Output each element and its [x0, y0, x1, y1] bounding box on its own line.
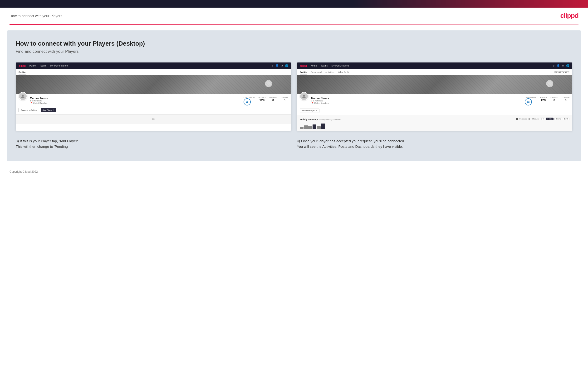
user-icon-2[interactable]: 👤: [557, 64, 560, 67]
followers-stat-2: Followers 0: [550, 96, 558, 102]
period-6mths[interactable]: 6 mths: [546, 117, 553, 120]
period-1mth[interactable]: 1 mth: [563, 117, 570, 120]
period-3mths[interactable]: 3 mths: [554, 117, 562, 120]
location-icon-1: 📍: [30, 102, 33, 104]
legend-offcourse: [528, 118, 530, 120]
player-name-1: Marcus Turner: [30, 97, 241, 100]
bar-5: [317, 126, 321, 129]
bar-1: [300, 127, 303, 129]
remove-player-label: Remove Player: [302, 109, 315, 112]
quality-circle-1: 92: [243, 98, 251, 106]
screenshot-panel-1: clippd Home Teams My Performance ⌕ 👤 ⚙ 🌐…: [16, 62, 291, 131]
mini-navbar-2: clippd Home Teams My Performance ⌕ 👤 ⚙ 🌐: [297, 62, 572, 69]
globe-icon-1[interactable]: 🌐: [285, 64, 288, 67]
player-name-2: Marcus Turner: [311, 97, 522, 100]
tab-profile-2[interactable]: Profile: [300, 70, 307, 75]
main-title: How to connect with your Players (Deskto…: [16, 40, 572, 47]
tab-dashboard-2[interactable]: Dashboard: [311, 70, 322, 75]
page-header: How to connect with your Players clippd: [0, 8, 588, 24]
quality-stat-1: Player Quality 92: [243, 96, 255, 106]
main-content: How to connect with your Players (Deskto…: [7, 30, 581, 161]
screenshot-panel-2: clippd Home Teams My Performance ⌕ 👤 ⚙ 🌐…: [297, 62, 572, 131]
search-icon-1[interactable]: ⌕: [272, 64, 274, 67]
add-player-button[interactable]: Add Player +: [41, 108, 56, 112]
activity-header-left: Activity Summary Monthly Activity · 6 Mo…: [300, 117, 341, 121]
avatar-1: [18, 92, 27, 100]
legend-oncourse: [516, 118, 518, 120]
screenshots-row: clippd Home Teams My Performance ⌕ 👤 ⚙ 🌐…: [16, 62, 572, 131]
tab-what-to-on-2[interactable]: What To On: [338, 70, 350, 75]
user-icon-1[interactable]: 👤: [276, 64, 279, 67]
nav-teams-1[interactable]: Teams: [40, 64, 46, 67]
profile-info-1: Marcus Turner 1-5 Handicap 📍 United King…: [30, 96, 241, 104]
copyright-text: Copyright Clippd 2022: [9, 170, 38, 173]
screenshot-bottom-1: ✏: [16, 114, 291, 124]
mini-navbar-1: clippd Home Teams My Performance ⌕ 👤 ⚙ 🌐: [16, 62, 291, 69]
quality-stat-2: Player Quality 92: [525, 96, 536, 106]
nav-teams-2[interactable]: Teams: [321, 64, 328, 67]
mini-buttons-1: Request to Follow Add Player +: [16, 108, 291, 114]
mini-nav-icons-2: ⌕ 👤 ⚙ 🌐: [553, 64, 570, 67]
activity-filters: On course Off course 1 yr 6 mths 3 mths …: [516, 117, 570, 120]
mini-stats-1: Player Quality 92 Activities 129 Followe…: [243, 96, 288, 106]
player-location-2: 📍 United Kingdom: [311, 102, 522, 104]
main-subtitle: Find and connect with your Players: [16, 49, 572, 54]
svg-point-1: [303, 94, 305, 96]
tab-profile-1[interactable]: Profile: [18, 70, 26, 75]
activity-summary: Activity Summary Monthly Activity · 6 Mo…: [297, 115, 572, 131]
activity-subtitle: Monthly Activity · 6 Months: [319, 118, 341, 121]
remove-player-button[interactable]: Remove Player ✕: [300, 108, 320, 113]
activity-title: Activity Summary: [300, 118, 318, 121]
nav-performance-1[interactable]: My Performance: [51, 64, 68, 67]
settings-icon-1[interactable]: ⚙: [281, 64, 283, 67]
mini-nav-icons-1: ⌕ 👤 ⚙ 🌐: [272, 64, 288, 67]
caption-1: 3) If this is your Player tap, 'Add Play…: [16, 138, 291, 150]
tab-right-2[interactable]: Marcus Turner ▾: [554, 70, 570, 75]
activities-stat-1: Activities 129: [259, 96, 266, 102]
mini-logo-2: clippd: [300, 64, 307, 67]
legend-offcourse-label: Off course: [532, 118, 539, 120]
bar-2: [304, 125, 308, 129]
player-handicap-2: 1-5 Handicap: [311, 100, 522, 102]
period-1yr[interactable]: 1 yr: [540, 117, 545, 120]
nav-home-1[interactable]: Home: [29, 64, 36, 67]
svg-point-0: [22, 94, 24, 96]
activities-stat-2: Activities 129: [540, 96, 547, 102]
legend-oncourse-label: On course: [519, 118, 527, 120]
mini-profile-1: Marcus Turner 1-5 Handicap 📍 United King…: [16, 94, 291, 108]
globe-icon-2[interactable]: 🌐: [566, 64, 570, 67]
top-bar: [0, 0, 588, 8]
caption-2: 4) Once your Player has accepted your re…: [297, 138, 572, 150]
mini-logo-1: clippd: [18, 64, 26, 67]
activity-chart: [300, 123, 570, 129]
following-stat-2: Following 0: [562, 96, 570, 102]
caption-2-text: 4) Once your Player has accepted your re…: [297, 139, 405, 149]
close-icon: ✕: [316, 109, 318, 112]
follow-button[interactable]: Request to Follow: [18, 108, 39, 112]
nav-home-2[interactable]: Home: [311, 64, 317, 67]
avatar-2: [300, 92, 308, 100]
quality-circle-2: 92: [525, 98, 532, 106]
header-divider: [9, 24, 579, 25]
profile-info-2: Marcus Turner 1-5 Handicap 📍 United King…: [311, 96, 522, 104]
player-handicap-1: 1-5 Handicap: [30, 100, 241, 102]
page-header-title: How to connect with your Players: [9, 14, 62, 18]
followers-stat-1: Followers 0: [269, 96, 277, 102]
hero-image-2: [297, 75, 572, 94]
location-icon-2: 📍: [311, 102, 314, 104]
following-stat-1: Following 0: [281, 96, 288, 102]
bar-3: [308, 126, 312, 129]
bar-6: [321, 124, 325, 129]
nav-performance-2[interactable]: My Performance: [332, 64, 349, 67]
settings-icon-2[interactable]: ⚙: [562, 64, 564, 67]
page-footer: Copyright Clippd 2022: [0, 167, 588, 177]
tab-activities-2[interactable]: Activities: [325, 70, 334, 75]
caption-1-text: 3) If this is your Player tap, 'Add Play…: [16, 139, 79, 149]
bar-4: [312, 125, 316, 129]
mini-profile-2: Marcus Turner 1-5 Handicap 📍 United King…: [297, 94, 572, 108]
mini-tabs-2: Profile Dashboard Activities What To On …: [297, 69, 572, 75]
search-icon-2[interactable]: ⌕: [553, 64, 555, 67]
edit-icon-1: ✏: [152, 117, 155, 121]
mini-stats-2: Player Quality 92 Activities 129 Followe…: [525, 96, 570, 106]
player-location-1: 📍 United Kingdom: [30, 102, 241, 104]
